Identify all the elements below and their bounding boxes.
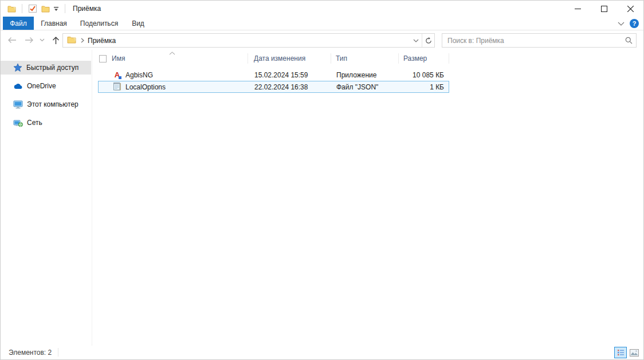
file-date: 15.02.2024 15:59 — [249, 71, 332, 79]
customize-qat-button[interactable] — [52, 2, 61, 15]
help-button[interactable]: ? — [630, 19, 639, 28]
file-list-pane: Имя Дата изменения Тип Размер A AgbisNG — [92, 50, 643, 346]
back-button[interactable] — [4, 33, 20, 48]
view-switcher — [614, 347, 641, 358]
tab-file[interactable]: Файл — [3, 17, 34, 30]
explorer-window: Приёмка Файл Главная Поделиться Вид ? — [0, 0, 644, 360]
file-name: AgbisNG — [125, 71, 153, 79]
chevron-down-icon — [40, 38, 45, 42]
search-icon[interactable] — [621, 37, 636, 44]
chevron-down-icon — [618, 22, 625, 26]
forward-arrow-icon — [25, 37, 34, 44]
file-rows: A AgbisNG 15.02.2024 15:59 Приложение 10… — [98, 69, 449, 93]
agbis-application-icon: A — [113, 71, 121, 79]
minimize-button[interactable] — [564, 1, 591, 17]
column-label-type: Тип — [336, 54, 347, 62]
column-header-date[interactable]: Дата изменения — [248, 53, 331, 64]
refresh-icon — [425, 37, 432, 44]
tab-home[interactable]: Главная — [37, 17, 70, 30]
file-name: LocalOptions — [125, 83, 166, 91]
sidebar-item-onedrive[interactable]: OneDrive — [1, 79, 91, 93]
sidebar-item-network[interactable]: Сеть — [1, 116, 91, 130]
address-dropdown-button[interactable] — [410, 34, 422, 47]
thumbnails-view-button[interactable] — [628, 347, 641, 358]
breadcrumb-chevron-icon[interactable] — [81, 37, 84, 45]
up-arrow-icon — [52, 36, 60, 45]
expand-ribbon-button[interactable] — [618, 19, 625, 28]
json-notepad-icon — [113, 82, 121, 92]
properties-check-icon — [28, 4, 37, 13]
ribbon-tabs: Файл Главная Поделиться Вид ? — [1, 17, 643, 30]
file-row-agbisng[interactable]: A AgbisNG 15.02.2024 15:59 Приложение 10… — [98, 69, 449, 81]
search-box — [442, 33, 637, 48]
navigation-pane: Быстрый доступ OneDrive Этот компьютер С… — [1, 50, 92, 346]
sidebar-item-label: Быстрый доступ — [26, 64, 78, 72]
properties-button[interactable] — [26, 2, 39, 15]
file-size: 1 КБ — [399, 83, 449, 91]
file-row-localoptions[interactable]: LocalOptions 22.02.2024 16:38 Файл "JSON… — [98, 81, 449, 93]
column-label-date: Дата изменения — [254, 54, 305, 62]
file-type: Приложение — [332, 71, 399, 79]
sidebar-item-label: Сеть — [27, 119, 42, 127]
file-type: Файл "JSON" — [332, 83, 399, 91]
recent-locations-button[interactable] — [37, 33, 46, 48]
sidebar-item-this-pc[interactable]: Этот компьютер — [1, 97, 91, 111]
window-controls — [564, 1, 643, 17]
onedrive-cloud-icon — [13, 83, 23, 89]
refresh-button[interactable] — [422, 34, 434, 47]
items-count: Элементов: 2 — [9, 349, 52, 357]
quick-access-toolbar: Приёмка — [1, 1, 101, 17]
titlebar: Приёмка — [1, 1, 643, 17]
navigation-bar: Приёмка — [1, 31, 643, 50]
breadcrumb-location[interactable]: Приёмка — [88, 37, 116, 45]
maximize-button[interactable] — [591, 1, 617, 17]
sidebar-item-label: Этот компьютер — [27, 100, 78, 108]
tab-view[interactable]: Вид — [127, 17, 150, 30]
thumbnails-view-icon — [630, 349, 639, 357]
column-label-size: Размер — [403, 54, 427, 62]
file-size: 10 085 КБ — [399, 71, 449, 79]
qat-separator — [22, 4, 22, 13]
close-icon — [627, 6, 634, 12]
column-headers: Имя Дата изменения Тип Размер — [98, 52, 449, 65]
new-folder-button[interactable] — [39, 2, 52, 15]
customize-dropdown-icon — [53, 6, 59, 11]
sidebar-item-quick-access[interactable]: Быстрый доступ — [1, 61, 91, 75]
tab-share[interactable]: Поделиться — [77, 17, 121, 30]
quick-access-star-icon — [13, 63, 22, 72]
qat-separator-2 — [65, 4, 65, 13]
forward-button[interactable] — [21, 33, 37, 48]
details-view-icon — [617, 349, 625, 356]
minimize-icon — [575, 6, 581, 12]
status-separator — [58, 348, 58, 357]
window-title: Приёмка — [73, 5, 101, 13]
sidebar-item-label: OneDrive — [27, 82, 56, 90]
maximize-icon — [601, 6, 607, 12]
up-button[interactable] — [49, 33, 62, 48]
column-label-name: Имя — [112, 54, 125, 62]
location-folder-icon — [67, 36, 76, 45]
explorer-folder-icon — [5, 2, 18, 15]
network-computers-icon — [13, 119, 23, 127]
new-folder-icon — [41, 5, 50, 13]
column-header-type[interactable]: Тип — [331, 53, 399, 64]
chevron-down-icon — [413, 39, 419, 42]
main-area: Быстрый доступ OneDrive Этот компьютер С… — [1, 50, 643, 346]
back-arrow-icon — [7, 37, 17, 44]
this-pc-monitor-icon — [13, 100, 23, 109]
select-all-checkbox[interactable] — [99, 55, 107, 62]
address-bar[interactable]: Приёмка — [62, 33, 435, 48]
column-header-size[interactable]: Размер — [399, 53, 449, 64]
file-date: 22.02.2024 16:38 — [249, 83, 332, 91]
search-input[interactable] — [442, 34, 621, 46]
details-view-button[interactable] — [614, 347, 627, 358]
close-button[interactable] — [617, 1, 643, 17]
sort-ascending-icon — [169, 49, 175, 57]
status-bar: Элементов: 2 — [1, 346, 643, 359]
